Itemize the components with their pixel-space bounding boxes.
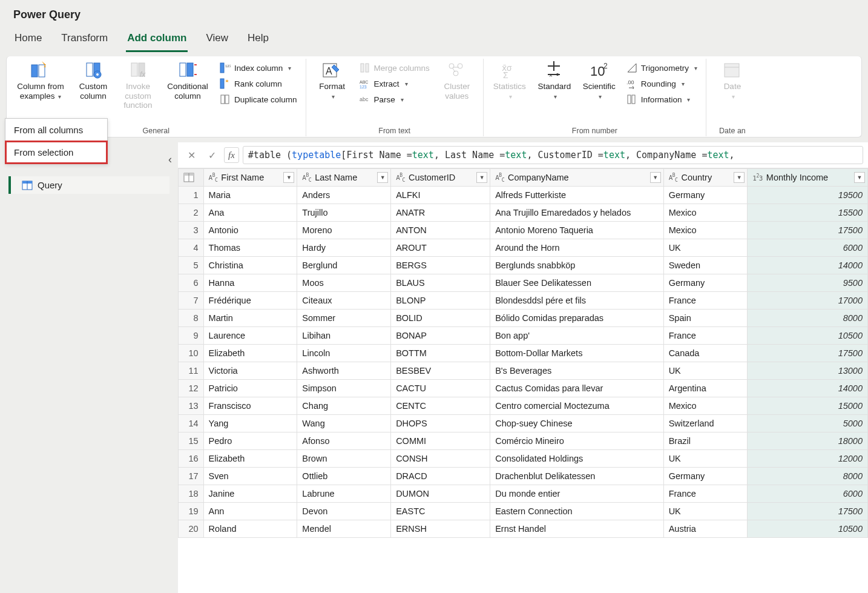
tab-add-column[interactable]: Add column bbox=[126, 26, 188, 52]
table-row[interactable]: 7FrédériqueCiteauxBLONPBlondesddsl pére … bbox=[179, 292, 868, 310]
column-filter-button[interactable]: ▼ bbox=[854, 172, 865, 183]
cell[interactable]: 13000 bbox=[748, 362, 868, 380]
row-number[interactable]: 12 bbox=[179, 380, 204, 397]
table-row[interactable]: 5ChristinaBerglundBERGSBerglunds snabbkö… bbox=[179, 257, 868, 274]
cell[interactable]: Ottlieb bbox=[297, 468, 391, 485]
cell[interactable]: 8000 bbox=[748, 310, 868, 327]
cancel-formula-button[interactable]: ✕ bbox=[183, 147, 200, 164]
column-filter-button[interactable]: ▼ bbox=[476, 172, 487, 183]
row-number[interactable]: 6 bbox=[179, 274, 204, 292]
cell[interactable]: Maria bbox=[203, 187, 297, 204]
cell[interactable]: 15000 bbox=[748, 397, 868, 415]
cell[interactable]: Christina bbox=[203, 257, 297, 274]
format-button[interactable]: A Format▾ bbox=[312, 59, 352, 101]
table-row[interactable]: 15PedroAfonsoCOMMIComércio MineiroBrazil… bbox=[179, 432, 868, 450]
cell[interactable]: BOTTM bbox=[391, 345, 490, 362]
cell[interactable]: Switzerland bbox=[663, 415, 748, 432]
cell[interactable]: UK bbox=[663, 450, 748, 468]
cell[interactable]: 15500 bbox=[748, 204, 868, 222]
cell[interactable]: Antonio bbox=[203, 222, 297, 239]
cell[interactable]: Elizabeth bbox=[203, 450, 297, 468]
table-row[interactable]: 6HannaMoosBLAUSBlauer See DelikatessenGe… bbox=[179, 274, 868, 292]
cell[interactable]: Ana Trujillo Emaredados y helados bbox=[490, 204, 663, 222]
cell[interactable]: 17000 bbox=[748, 292, 868, 310]
table-row[interactable]: 16ElizabethBrownCONSHConsolidated Holdin… bbox=[179, 450, 868, 468]
cell[interactable]: Berglund bbox=[297, 257, 391, 274]
cell[interactable]: Pedro bbox=[203, 432, 297, 450]
cell[interactable]: Cactus Comidas para llevar bbox=[490, 380, 663, 397]
cell[interactable]: UK bbox=[663, 503, 748, 520]
row-number[interactable]: 9 bbox=[179, 327, 204, 345]
cell[interactable]: Consolidated Holdings bbox=[490, 450, 663, 468]
parse-button[interactable]: abc Parse▾ bbox=[357, 93, 432, 106]
cell[interactable]: Yang bbox=[203, 415, 297, 432]
cell[interactable]: France bbox=[663, 292, 748, 310]
cell[interactable]: Libihan bbox=[297, 327, 391, 345]
cell[interactable]: Franscisco bbox=[203, 397, 297, 415]
column-filter-button[interactable]: ▼ bbox=[650, 172, 661, 183]
table-row[interactable]: 8MartinSommerBOLIDBólido Comidas prepara… bbox=[179, 310, 868, 327]
cell[interactable]: Bon app' bbox=[490, 327, 663, 345]
cell[interactable]: 6000 bbox=[748, 485, 868, 503]
cell[interactable]: AROUT bbox=[391, 239, 490, 257]
rounding-button[interactable]: .00 Rounding▾ bbox=[624, 77, 700, 90]
cell[interactable]: 18000 bbox=[748, 432, 868, 450]
cell[interactable]: Blondesddsl pére et fils bbox=[490, 292, 663, 310]
table-row[interactable]: 12PatricioSimpsonCACTUCactus Comidas par… bbox=[179, 380, 868, 397]
cell[interactable]: Mexico bbox=[663, 204, 748, 222]
cell[interactable]: Comércio Mineiro bbox=[490, 432, 663, 450]
cell[interactable]: 12000 bbox=[748, 450, 868, 468]
row-number[interactable]: 7 bbox=[179, 292, 204, 310]
cell[interactable]: Germany bbox=[663, 468, 748, 485]
fx-label[interactable]: fx bbox=[224, 147, 239, 163]
cell[interactable]: Brazil bbox=[663, 432, 748, 450]
cell[interactable]: CACTU bbox=[391, 380, 490, 397]
cell[interactable]: BLONP bbox=[391, 292, 490, 310]
row-number[interactable]: 13 bbox=[179, 397, 204, 415]
dropdown-item-from-selection[interactable]: From selection bbox=[5, 141, 107, 164]
cell[interactable]: Afonso bbox=[297, 432, 391, 450]
column-header-customerid[interactable]: ABCCustomerID▼ bbox=[391, 169, 490, 187]
cell[interactable]: BOLID bbox=[391, 310, 490, 327]
cell[interactable]: Bólido Comidas preparadas bbox=[490, 310, 663, 327]
cell[interactable]: 6000 bbox=[748, 239, 868, 257]
trigonometry-button[interactable]: Trigonometry▾ bbox=[624, 61, 700, 75]
cell[interactable]: Ana bbox=[203, 204, 297, 222]
row-number[interactable]: 16 bbox=[179, 450, 204, 468]
cell[interactable]: UK bbox=[663, 362, 748, 380]
cell[interactable]: 10500 bbox=[748, 327, 868, 345]
column-filter-button[interactable]: ▼ bbox=[283, 172, 294, 183]
custom-column-button[interactable]: Custom column bbox=[73, 59, 113, 101]
cell[interactable]: France bbox=[663, 327, 748, 345]
cell[interactable]: ANATR bbox=[391, 204, 490, 222]
cell[interactable]: 17500 bbox=[748, 222, 868, 239]
cell[interactable]: France bbox=[663, 485, 748, 503]
cell[interactable]: Labrune bbox=[297, 485, 391, 503]
table-row[interactable]: 14YangWangDHOPSChop-suey ChineseSwitzerl… bbox=[179, 415, 868, 432]
cell[interactable]: 19500 bbox=[748, 187, 868, 204]
table-row[interactable]: 20RolandMendelERNSHErnst HandelAustria10… bbox=[179, 520, 868, 538]
cell[interactable]: 14000 bbox=[748, 257, 868, 274]
table-row[interactable]: 19AnnDevonEASTCEastern ConnectionUK17500 bbox=[179, 503, 868, 520]
table-row[interactable]: 9LaurenceLibihanBONAPBon app'France10500 bbox=[179, 327, 868, 345]
cell[interactable]: 8000 bbox=[748, 468, 868, 485]
table-row[interactable]: 4ThomasHardyAROUTAround the HornUK6000 bbox=[179, 239, 868, 257]
cell[interactable]: 17500 bbox=[748, 345, 868, 362]
cell[interactable]: Du monde entier bbox=[490, 485, 663, 503]
cell[interactable]: COMMI bbox=[391, 432, 490, 450]
table-row[interactable]: 11VictoriaAshworthBESBEVB's BeveragesUK1… bbox=[179, 362, 868, 380]
dropdown-item-from-all-columns[interactable]: From all columns bbox=[5, 119, 107, 141]
cell[interactable]: Alfreds Futterkiste bbox=[490, 187, 663, 204]
row-number[interactable]: 20 bbox=[179, 520, 204, 538]
cell[interactable]: Simpson bbox=[297, 380, 391, 397]
cell[interactable]: Drachenblut Delikatessen bbox=[490, 468, 663, 485]
cell[interactable]: 5000 bbox=[748, 415, 868, 432]
column-header-last-name[interactable]: ABCLast Name▼ bbox=[297, 169, 391, 187]
cell[interactable]: 10500 bbox=[748, 520, 868, 538]
cell[interactable]: Roland bbox=[203, 520, 297, 538]
table-row[interactable]: 13FransciscoChangCENTCCentro comercial M… bbox=[179, 397, 868, 415]
select-all-corner[interactable] bbox=[179, 169, 204, 187]
cell[interactable]: Elizabeth bbox=[203, 345, 297, 362]
cell[interactable]: Sven bbox=[203, 468, 297, 485]
cell[interactable]: Hanna bbox=[203, 274, 297, 292]
